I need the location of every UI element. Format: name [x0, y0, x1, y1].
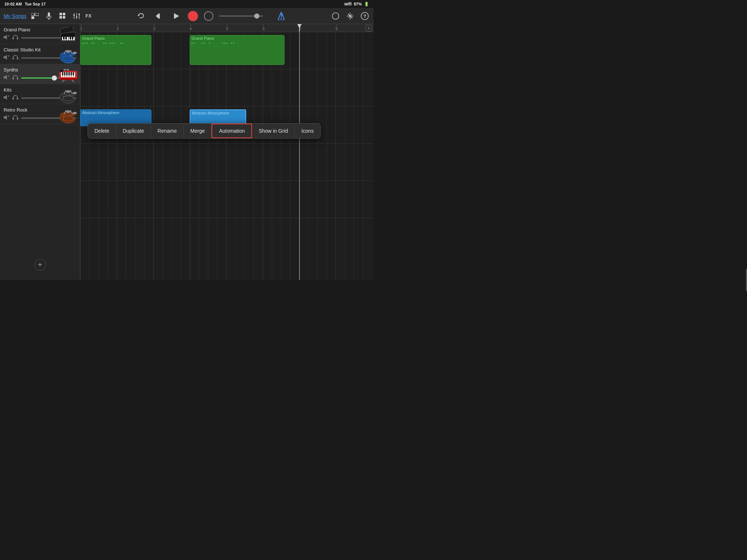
- svg-rect-112: [12, 118, 14, 120]
- svg-rect-92: [64, 69, 66, 70]
- help-button[interactable]: ?: [360, 11, 370, 21]
- svg-rect-84: [66, 72, 67, 75]
- context-rename[interactable]: Rename: [151, 124, 184, 137]
- play-button[interactable]: [170, 10, 182, 22]
- solo-synths[interactable]: [12, 75, 18, 81]
- mute-kits[interactable]: [4, 95, 9, 101]
- timeline-area: 1 2 3 4 5 6 7: [80, 24, 374, 280]
- ruler-mark-1: 1: [80, 24, 82, 31]
- context-show-in-grid[interactable]: Show in Grid: [252, 124, 295, 137]
- view-toggle-button[interactable]: [30, 11, 40, 21]
- mute-synths[interactable]: [4, 75, 9, 81]
- svg-rect-71: [17, 78, 18, 79]
- svg-marker-33: [4, 35, 7, 40]
- master-volume-thumb[interactable]: [254, 13, 259, 19]
- svg-rect-3: [48, 12, 50, 17]
- solo-kits[interactable]: [12, 95, 18, 101]
- clip-label-2: Grand Piano: [190, 35, 284, 41]
- loop-button[interactable]: [204, 11, 213, 21]
- svg-rect-14: [76, 16, 77, 18]
- solo-classic-kit[interactable]: [12, 55, 18, 61]
- clip-label: Grand Piano: [81, 35, 151, 41]
- svg-rect-93: [67, 69, 69, 70]
- clip-label-atm-1: Abstract Atmosphere: [81, 110, 151, 116]
- clip-grand-piano-2[interactable]: Grand Piano: [190, 35, 285, 65]
- track-row-retro-rock: Retro Rock: [0, 104, 80, 124]
- settings-button[interactable]: [345, 11, 355, 21]
- svg-rect-9: [63, 16, 65, 19]
- context-duplicate[interactable]: Duplicate: [116, 124, 151, 137]
- grid-view-button[interactable]: [58, 11, 68, 21]
- context-merge[interactable]: Merge: [184, 124, 212, 137]
- track-row-synths: Synths: [0, 64, 80, 84]
- svg-rect-0: [31, 13, 34, 16]
- mute-classic-kit[interactable]: [4, 55, 9, 61]
- svg-rect-50: [72, 37, 73, 39]
- svg-text:?: ?: [363, 13, 366, 19]
- svg-line-90: [72, 80, 74, 82]
- chat-button[interactable]: [330, 11, 341, 21]
- mixer-button[interactable]: [71, 11, 82, 21]
- tracks-content: Grand Piano Grand Piano: [80, 32, 374, 280]
- solo-grand-piano[interactable]: [12, 35, 18, 41]
- svg-rect-91: [59, 70, 63, 72]
- context-delete[interactable]: Delete: [88, 124, 116, 137]
- svg-point-122: [66, 110, 70, 113]
- add-track-button[interactable]: +: [34, 259, 46, 271]
- context-menu: Delete Duplicate Rename Merge Automation…: [88, 123, 321, 139]
- fx-button[interactable]: FX: [85, 11, 92, 21]
- svg-rect-15: [78, 14, 80, 15]
- undo-button[interactable]: [135, 10, 147, 22]
- context-automation[interactable]: Automation: [212, 124, 252, 138]
- svg-point-104: [60, 94, 63, 100]
- svg-point-108: [73, 92, 77, 94]
- status-time: 10:02 AM: [4, 2, 22, 6]
- svg-rect-8: [59, 16, 62, 19]
- my-songs-button[interactable]: My Songs: [4, 13, 26, 19]
- svg-rect-85: [67, 72, 69, 75]
- track-lane-grand-piano: Grand Piano Grand Piano: [80, 32, 374, 69]
- mute-grand-piano[interactable]: [4, 35, 9, 41]
- instrument-kits: [58, 86, 78, 104]
- track-lane-retro-rock: [80, 181, 374, 218]
- mute-retro-rock[interactable]: [4, 115, 9, 121]
- svg-point-23: [332, 13, 339, 19]
- context-icons[interactable]: Icons: [295, 124, 320, 137]
- track-lane-classic-kit: [80, 69, 374, 106]
- toolbar: My Songs: [0, 8, 374, 24]
- track-lane-synths: Abstract Atmosphere Abstract Atmosphere …: [80, 106, 374, 144]
- svg-point-66: [73, 52, 77, 54]
- mic-button[interactable]: [44, 11, 54, 21]
- instrument-retro-rock: [58, 106, 78, 124]
- svg-rect-46: [63, 37, 65, 39]
- track-row-kits: Kits: [0, 84, 80, 104]
- svg-rect-54: [12, 58, 14, 59]
- solo-retro-rock[interactable]: [12, 115, 18, 121]
- ruler-mark-4: 4: [190, 24, 192, 31]
- svg-rect-18: [159, 13, 160, 19]
- record-button[interactable]: [188, 11, 198, 21]
- track-lane-kits: [80, 144, 374, 181]
- clip-grand-piano-1[interactable]: Grand Piano: [80, 35, 151, 65]
- sidebar: Grand Piano: [0, 24, 80, 280]
- svg-rect-37: [17, 38, 18, 39]
- master-volume-control: [219, 15, 270, 17]
- ruler: 1 2 3 4 5 6 7: [80, 24, 374, 32]
- instrument-grand-piano: [58, 26, 78, 44]
- svg-point-119: [60, 114, 63, 120]
- rewind-button[interactable]: [153, 10, 165, 22]
- add-section-button[interactable]: +: [365, 25, 372, 31]
- metronome-button[interactable]: [276, 11, 286, 21]
- svg-rect-6: [59, 13, 62, 15]
- battery-level: 87%: [354, 2, 362, 6]
- svg-point-115: [63, 116, 73, 121]
- svg-rect-49: [70, 37, 71, 39]
- svg-marker-51: [4, 55, 7, 60]
- svg-point-107: [66, 90, 70, 93]
- svg-marker-109: [4, 115, 7, 120]
- track-row-classic-kit: Classic Studio Kit: [0, 44, 80, 64]
- wifi-icon: wifi: [344, 1, 352, 7]
- svg-marker-19: [174, 13, 179, 19]
- battery-icon: 🔋: [364, 2, 369, 7]
- svg-rect-97: [12, 98, 14, 100]
